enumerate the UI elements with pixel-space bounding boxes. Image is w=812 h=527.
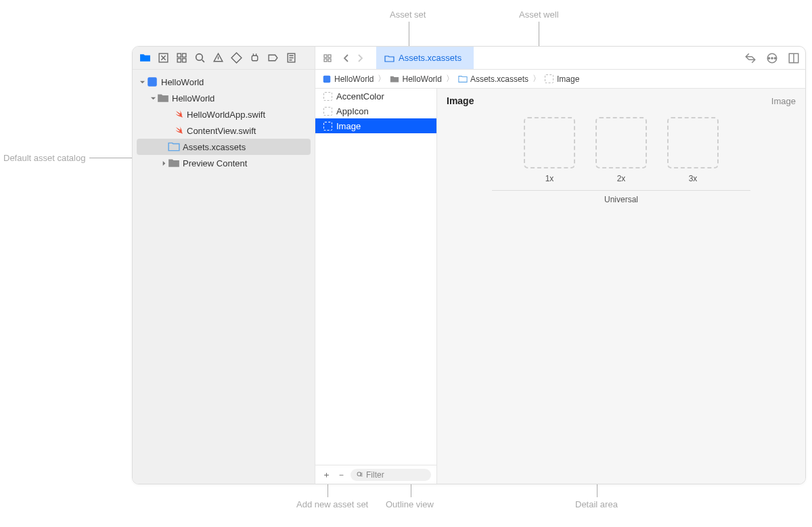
asset-well-2x[interactable] <box>595 117 647 168</box>
detail-header: Image Image <box>437 89 805 110</box>
add-button[interactable]: ＋ <box>321 469 332 481</box>
svg-rect-2 <box>183 53 186 57</box>
well-label-1x: 1x <box>545 174 554 183</box>
annotation-asset-well: Asset well <box>519 9 559 20</box>
tab-label: Assets.xcassets <box>399 53 461 63</box>
add-editor-icon[interactable] <box>788 52 800 64</box>
filter-icon <box>356 471 363 478</box>
chevron-down-icon <box>149 95 157 101</box>
annotation-outline-view: Outline view <box>386 499 434 509</box>
assets-icon <box>168 141 180 153</box>
crumb-item[interactable]: Image <box>545 74 579 84</box>
project-root[interactable]: HelloWorld <box>133 74 315 90</box>
svg-point-13 <box>771 57 773 58</box>
file-name: HelloWorldApp.swift <box>187 110 265 120</box>
group-name: HelloWorld <box>172 93 215 104</box>
file-name: ContentView.swift <box>187 126 256 136</box>
detail-type: Image <box>771 96 796 106</box>
folder-icon <box>157 92 169 104</box>
project-navigator: HelloWorld HelloWorld HelloWorldApp.swif… <box>133 70 315 484</box>
group-row[interactable]: HelloWorld <box>133 90 315 106</box>
outline-list: AccentColor AppIcon Image <box>315 89 436 465</box>
folder-icon <box>168 157 180 169</box>
crumb-project[interactable]: HelloWorld <box>322 74 374 84</box>
file-row-content[interactable]: ContentView.swift <box>133 122 315 139</box>
file-row-app[interactable]: HelloWorldApp.swift <box>133 106 315 122</box>
chevron-down-icon <box>138 79 146 85</box>
svg-rect-8 <box>324 55 327 58</box>
well-label-2x: 2x <box>617 174 626 183</box>
crumb-file[interactable]: Assets.xcassets <box>458 74 528 84</box>
image-set-icon <box>323 122 332 131</box>
annotation-detail-area: Detail area <box>575 499 618 509</box>
related-items-icon[interactable] <box>321 51 334 65</box>
crumb-group[interactable]: HelloWorld <box>390 74 441 84</box>
annotation-add-new: Add new asset set <box>296 499 368 509</box>
outline-item-appicon[interactable]: AppIcon <box>315 104 436 118</box>
source-control-icon[interactable] <box>158 52 169 64</box>
svg-rect-9 <box>328 55 331 58</box>
outline-item-image[interactable]: Image <box>315 118 436 133</box>
file-row-assets[interactable]: Assets.xcassets <box>137 139 311 155</box>
issues-icon[interactable] <box>212 52 224 64</box>
svg-rect-10 <box>324 59 327 62</box>
file-name: Preview Content <box>183 158 247 168</box>
debug-icon[interactable] <box>249 52 261 64</box>
chevron-right-icon: 〉 <box>530 73 543 85</box>
swift-icon <box>172 124 184 137</box>
annotation-default-catalog: Default asset catalog <box>3 153 85 163</box>
tests-icon[interactable] <box>231 52 242 64</box>
filter-input[interactable]: Filter <box>351 469 431 481</box>
color-set-icon <box>323 92 332 101</box>
asset-well-1x[interactable] <box>524 117 575 168</box>
svg-rect-6 <box>252 55 258 60</box>
editor-body: AccentColor AppIcon Image ＋ － <box>315 89 805 484</box>
navigator-tabs <box>133 47 315 69</box>
chevron-right-icon: 〉 <box>443 73 457 85</box>
detail-area: Image Image 1x 2x <box>437 89 805 484</box>
outline-item-accent[interactable]: AccentColor <box>315 89 436 104</box>
svg-point-5 <box>196 54 203 61</box>
file-row-preview[interactable]: Preview Content <box>133 155 315 171</box>
annotation-asset-set: Asset set <box>390 9 426 20</box>
outline-footer: ＋ － Filter <box>315 465 436 484</box>
appicon-set-icon <box>323 107 332 116</box>
toolbar: Assets.xcassets <box>133 47 805 70</box>
image-set-icon <box>545 74 554 84</box>
review-icon[interactable] <box>744 52 757 64</box>
symbols-icon[interactable] <box>176 52 187 64</box>
svg-rect-1 <box>177 53 181 57</box>
svg-point-14 <box>768 57 769 58</box>
file-name: Assets.xcassets <box>183 142 246 152</box>
swift-icon <box>172 108 184 120</box>
editor-toolbar: Assets.xcassets <box>315 47 805 69</box>
adjust-editor-icon[interactable] <box>766 52 778 64</box>
remove-button[interactable]: － <box>336 469 346 481</box>
divider <box>492 190 750 191</box>
search-icon[interactable] <box>194 52 206 64</box>
tab-assets[interactable]: Assets.xcassets <box>376 47 474 69</box>
svg-rect-17 <box>148 77 157 87</box>
project-name: HelloWorld <box>161 77 204 87</box>
forward-button[interactable] <box>353 51 367 65</box>
chevron-right-icon <box>160 160 168 166</box>
breakpoints-icon[interactable] <box>267 52 279 64</box>
asset-well-3x[interactable] <box>667 117 719 168</box>
folder-icon[interactable] <box>139 52 151 64</box>
well-label-3x: 3x <box>689 174 698 183</box>
back-button[interactable] <box>340 51 353 65</box>
editor: HelloWorld 〉 HelloWorld 〉 Assets.xcasset… <box>315 70 805 484</box>
svg-rect-11 <box>328 59 331 62</box>
reports-icon[interactable] <box>286 52 297 64</box>
svg-point-19 <box>357 472 361 476</box>
breadcrumb: HelloWorld 〉 HelloWorld 〉 Assets.xcasset… <box>315 70 805 89</box>
outline-view: AccentColor AppIcon Image ＋ － <box>315 89 437 484</box>
chevron-right-icon: 〉 <box>375 73 388 85</box>
folder-icon <box>390 74 399 84</box>
svg-point-15 <box>774 57 775 58</box>
project-icon <box>146 76 158 88</box>
body: HelloWorld HelloWorld HelloWorldApp.swif… <box>133 70 805 484</box>
svg-rect-4 <box>183 59 186 62</box>
svg-rect-3 <box>177 59 181 62</box>
assets-icon <box>384 54 394 62</box>
